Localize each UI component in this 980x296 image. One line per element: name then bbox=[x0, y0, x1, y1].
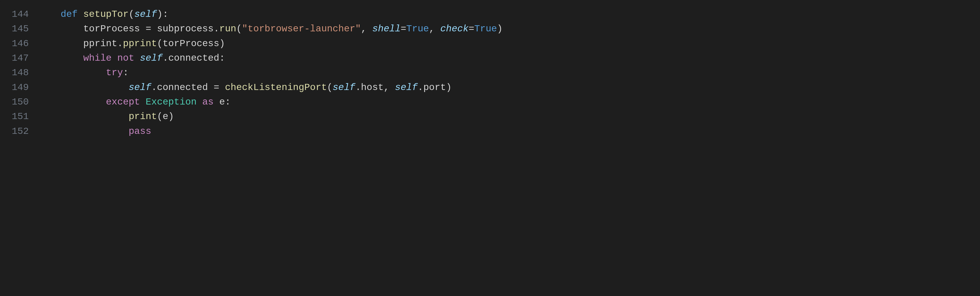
indent bbox=[38, 53, 83, 63]
token-default: subprocess. bbox=[157, 24, 219, 34]
indent bbox=[38, 67, 106, 78]
token-call: pprint bbox=[123, 38, 157, 49]
token-selfkw: self bbox=[129, 82, 151, 93]
token-punct: . bbox=[151, 82, 157, 93]
token-clsname: Exception bbox=[146, 97, 197, 107]
line-number: 152 bbox=[12, 124, 29, 139]
code-line[interactable]: self.connected = checkListeningPort(self… bbox=[38, 80, 970, 95]
token-kw-def: def bbox=[60, 9, 78, 20]
line-number: 149 bbox=[12, 80, 29, 95]
token-default bbox=[140, 97, 145, 107]
token-default bbox=[111, 53, 117, 63]
indent bbox=[38, 97, 106, 107]
token-punct: = bbox=[401, 24, 406, 34]
line-number-gutter: 144145146147148149150151152 bbox=[0, 7, 38, 139]
token-const: True bbox=[474, 24, 497, 34]
token-default: torProcess bbox=[162, 38, 219, 49]
token-punct: . bbox=[417, 82, 423, 93]
code-line[interactable]: except Exception as e: bbox=[38, 95, 970, 109]
token-default: e bbox=[162, 111, 168, 122]
token-selfkw: self bbox=[134, 9, 157, 20]
indent bbox=[38, 24, 83, 34]
token-param: shell bbox=[372, 24, 401, 34]
token-selfkw: self bbox=[332, 82, 355, 93]
token-punct: ): bbox=[157, 9, 168, 20]
line-number: 147 bbox=[12, 51, 29, 65]
token-punct: , bbox=[429, 24, 440, 34]
token-default bbox=[78, 9, 83, 20]
token-call: checkListeningPort bbox=[225, 82, 327, 93]
indent bbox=[38, 111, 129, 122]
token-call: print bbox=[129, 111, 157, 122]
indent bbox=[38, 38, 83, 49]
token-kw-flow: not bbox=[118, 53, 135, 63]
line-number: 151 bbox=[12, 109, 29, 124]
token-kw-flow: except bbox=[106, 97, 140, 107]
token-punct: , bbox=[361, 24, 372, 34]
indent bbox=[38, 126, 129, 137]
token-punct: ) bbox=[219, 38, 225, 49]
token-punct: ) bbox=[168, 111, 174, 122]
token-punct: ) bbox=[446, 82, 452, 93]
token-punct: = bbox=[213, 82, 225, 93]
token-punct: ( bbox=[327, 82, 332, 93]
token-punct: , bbox=[383, 82, 395, 93]
token-call: run bbox=[219, 24, 236, 34]
token-string: "torbrowser-launcher" bbox=[242, 24, 361, 34]
code-line[interactable]: torProcess = subprocess.run("torbrowser-… bbox=[38, 22, 970, 36]
token-param: check bbox=[440, 24, 469, 34]
code-line[interactable]: print(e) bbox=[38, 109, 970, 124]
token-kw-flow: as bbox=[202, 97, 213, 107]
token-punct: . bbox=[355, 82, 361, 93]
token-punct: : bbox=[219, 53, 225, 63]
token-default: pprint. bbox=[83, 38, 123, 49]
token-kw-flow: pass bbox=[129, 126, 151, 137]
token-selfkw: self bbox=[395, 82, 418, 93]
code-editor[interactable]: 144145146147148149150151152 def setupTor… bbox=[0, 0, 980, 146]
token-kw-flow: while bbox=[83, 53, 111, 63]
token-punct: ( bbox=[157, 38, 162, 49]
code-line[interactable]: while not self.connected: bbox=[38, 51, 970, 65]
token-default bbox=[134, 53, 140, 63]
token-punct: = bbox=[469, 24, 474, 34]
token-const: True bbox=[406, 24, 429, 34]
token-default: port bbox=[423, 82, 446, 93]
code-line[interactable]: pass bbox=[38, 124, 970, 139]
line-number: 148 bbox=[12, 65, 29, 80]
token-punct: ( bbox=[236, 24, 242, 34]
token-default: connected bbox=[157, 82, 213, 93]
token-punct: : bbox=[123, 67, 129, 78]
token-punct: . bbox=[162, 53, 168, 63]
line-number: 146 bbox=[12, 36, 29, 51]
token-punct: = bbox=[146, 24, 157, 34]
token-punct: ( bbox=[129, 9, 134, 20]
token-default: connected bbox=[168, 53, 219, 63]
token-default bbox=[197, 97, 202, 107]
token-selfkw: self bbox=[140, 53, 162, 63]
code-line[interactable]: try: bbox=[38, 65, 970, 80]
token-default bbox=[213, 97, 219, 107]
code-line[interactable]: pprint.pprint(torProcess) bbox=[38, 36, 970, 51]
indent bbox=[38, 82, 129, 93]
line-number: 144 bbox=[12, 7, 29, 22]
line-number: 150 bbox=[12, 95, 29, 109]
token-punct: ) bbox=[497, 24, 503, 34]
line-number: 145 bbox=[12, 22, 29, 36]
code-line[interactable]: def setupTor(self): bbox=[38, 7, 970, 22]
token-default: torProcess bbox=[83, 24, 145, 34]
code-content[interactable]: def setupTor(self): torProcess = subproc… bbox=[38, 7, 980, 139]
token-default: host bbox=[361, 82, 383, 93]
indent bbox=[38, 9, 61, 20]
token-punct: : bbox=[225, 97, 231, 107]
token-fn-name: setupTor bbox=[83, 9, 129, 20]
token-punct: ( bbox=[157, 111, 162, 122]
token-kw-flow: try bbox=[106, 67, 123, 78]
token-var-e: e bbox=[219, 97, 225, 107]
